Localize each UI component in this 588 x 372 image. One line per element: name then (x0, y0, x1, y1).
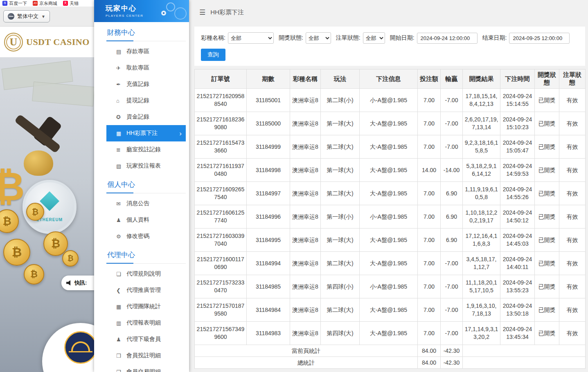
sidebar-item-announcements[interactable]: ✉消息公告 (106, 195, 186, 212)
table-cell: 2152172715701879580 (195, 298, 247, 322)
sidebar-item-agent-sub-members[interactable]: ♟代理下級會員 (106, 331, 186, 347)
background-page: 百百度一下JD京东商城天天猫 繁体中文 ▼ U USDT CASINO ₿ ET… (0, 0, 94, 372)
table-cell: 3,4,5,18,17,1,12,7 (463, 252, 500, 275)
sidebar-item-recharge-records[interactable]: ✒充值記錄 (106, 76, 186, 92)
announcements-icon: ✉ (116, 201, 126, 207)
table-cell: 已開獎 (535, 159, 559, 182)
table-cell: 6.90 (441, 205, 463, 229)
bookmark-favicon: 天 (63, 1, 68, 6)
start-date-input[interactable] (417, 33, 478, 44)
table-cell: 31184995 (247, 229, 290, 252)
sidebar-item-agent-report-detail[interactable]: ▥代理報表明細 (106, 315, 186, 331)
column-header: 開獎狀態 (535, 69, 559, 89)
table-cell: 7.00 (418, 229, 441, 252)
table-cell: 2024-09-24 13:45:34 (500, 322, 535, 345)
menu-toggle-icon[interactable]: ☰ (199, 8, 205, 17)
withdrawal-records-icon: ⌂ (116, 98, 126, 104)
summary-label: 當前頁統計 (195, 345, 418, 357)
column-header: 注單狀態 (559, 69, 586, 89)
draw-status-label: 開獎狀態: (279, 34, 303, 42)
member-transactions-icon: ❒ (116, 369, 126, 372)
sidebar-item-deposit[interactable]: ▤存款專區 (106, 43, 186, 60)
table-row: 215217271620958854031185001澳洲幸运8第二球(小)小-… (195, 89, 586, 112)
decor-circle-icon (174, 7, 187, 20)
sidebar-item-change-password[interactable]: ⚙修改密碼 (106, 228, 186, 244)
table-cell: 31184994 (247, 252, 290, 275)
table-cell: 澳洲幸运8 (290, 298, 321, 322)
chevron-down-icon: ▼ (41, 14, 45, 19)
bitcoin-symbol-icon: ₿ (0, 164, 25, 209)
language-label: 繁体中文 (17, 13, 38, 20)
sidebar-item-agent-rules[interactable]: ❏代理規則說明 (106, 266, 186, 282)
site-logo[interactable]: U USDT CASINO (0, 27, 94, 57)
table-cell: 大-A盤@1.985 (360, 112, 418, 135)
table-cell: 31184997 (247, 182, 290, 205)
sidebar-item-member-transaction-detail[interactable]: ❒會員交易明細 (106, 364, 186, 372)
order-status-select[interactable]: 全部 (363, 32, 385, 44)
sidebar-item-label: 廳室投註記錄 (126, 146, 161, 153)
table-cell: 已開獎 (535, 252, 559, 275)
sidebar-item-label: 取款專區 (126, 64, 149, 72)
bets-table: 訂單號期數彩種名稱玩法下注信息投注額輸贏開獎結果下注時間開獎狀態注單狀態 215… (194, 69, 586, 369)
table-cell: -7.00 (441, 322, 463, 345)
sidebar-item-member-bet-detail[interactable]: ❒會員投註明細 (106, 347, 186, 364)
sidebar-item-label: 提現記錄 (126, 97, 149, 104)
table-cell: 大-A盤@1.985 (360, 322, 418, 345)
column-header: 開獎結果 (463, 69, 500, 89)
sidebar-item-hh-lottery-bets[interactable]: ▦HH彩票下注› (106, 125, 186, 141)
bookmark-item[interactable]: 天天猫 (63, 0, 79, 7)
language-selector[interactable]: 繁体中文 ▼ (3, 10, 50, 22)
table-cell: 有效 (559, 159, 586, 182)
sidebar-item-player-bet-report[interactable]: ▧玩家投注報表 (106, 158, 186, 174)
draw-status-select[interactable]: 全部 (306, 32, 331, 44)
lottery-name-select[interactable]: 全部 (228, 32, 274, 44)
sidebar-item-label: 會員交易明細 (126, 368, 161, 372)
sidebar-section: 財務中心▤存款專區✈取款專區✒充值記錄⌂提現記錄✪資金記錄▦HH彩票下注›≣廳室… (106, 22, 186, 174)
table-cell: 第二球(小) (321, 89, 360, 112)
table-header-row: 訂單號期數彩種名稱玩法下注信息投注額輸贏開獎結果下注時間開獎狀態注單狀態 (195, 69, 586, 89)
table-cell: 2152172716209588540 (195, 89, 247, 112)
table-cell: 澳洲幸运8 (290, 275, 321, 298)
sidebar-item-funds-records[interactable]: ✪資金記錄 (106, 109, 186, 125)
table-cell: 有效 (559, 89, 586, 112)
bridge-logo-icon (64, 331, 94, 364)
table-cell: 澳洲幸运8 (290, 135, 321, 159)
table-cell: 1,11,9,19,6,10,5,8 (463, 182, 500, 205)
table-cell: 2024-09-24 13:55:23 (500, 275, 535, 298)
sidebar-nav: 財務中心▤存款專區✈取款專區✒充值記錄⌂提現記錄✪資金記錄▦HH彩票下注›≣廳室… (94, 22, 189, 372)
table-cell: 17,18,15,14,8,4,12,13 (463, 89, 500, 112)
report-detail-icon: ▥ (116, 320, 126, 326)
table-cell: -7.00 (441, 135, 463, 159)
billiard-ball-icon (161, 11, 166, 16)
team-stats-icon: ▦ (116, 304, 126, 310)
sidebar-item-withdrawal-records[interactable]: ⌂提現記錄 (106, 92, 186, 109)
table-cell: 2024-09-24 13:50:18 (500, 298, 535, 322)
table-cell: 第二球(大) (321, 182, 360, 205)
lottery-bets-icon: ▦ (116, 130, 126, 137)
sidebar-item-room-bet-records[interactable]: ≣廳室投註記錄 (106, 141, 186, 158)
bookmark-item[interactable]: 百百度一下 (2, 0, 27, 7)
sidebar-item-agent-promotion[interactable]: ❮代理推廣管理 (106, 282, 186, 298)
filter-panel: 彩種名稱: 全部 開獎狀態: 全部 注單狀態: 全部 開始日期: 结束日期: 查… (194, 27, 585, 66)
rules-doc-icon: ❏ (116, 271, 126, 277)
table-cell: 有效 (559, 252, 586, 275)
table-cell: 第二球(大) (321, 135, 360, 159)
gold-coin-icon: ₿ (0, 209, 19, 233)
column-header: 玩法 (321, 69, 360, 89)
sidebar-item-agent-team-stats[interactable]: ▦代理團隊統計 (106, 298, 186, 315)
table-cell: 2024-09-24 14:55:26 (500, 182, 535, 205)
table-cell: 2024-09-24 15:10:23 (500, 112, 535, 135)
bookmark-item[interactable]: JD京东商城 (33, 0, 57, 7)
table-cell: 31185001 (247, 89, 290, 112)
withdraw-icon: ✈ (116, 65, 126, 71)
sidebar-item-withdraw[interactable]: ✈取款專區 (106, 60, 186, 76)
end-date-input[interactable] (509, 33, 570, 44)
table-cell: 有效 (559, 298, 586, 322)
table-cell: 澳洲幸运8 (290, 182, 321, 205)
floating-service-button[interactable] (42, 323, 94, 372)
search-button[interactable]: 查詢 (201, 49, 225, 61)
gold-coin-icon: ₿ (24, 264, 44, 285)
page-title: HH彩票下注 (210, 9, 244, 16)
bookmark-favicon: 百 (2, 1, 7, 6)
sidebar-item-profile[interactable]: ♟個人資料 (106, 212, 186, 228)
